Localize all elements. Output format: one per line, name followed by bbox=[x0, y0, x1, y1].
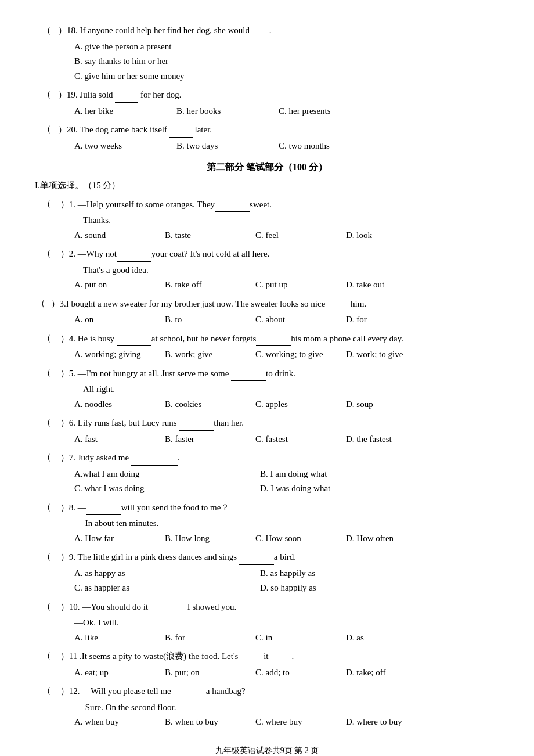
question-2: （ ）2. —Why not your coat? It's not cold … bbox=[35, 246, 499, 293]
q18-optC: C. give him or her some money bbox=[74, 69, 499, 84]
question-5: （ ）5. —I'm not hungry at all. Just serve… bbox=[35, 366, 499, 412]
question-20: （ ）20. The dog came back itself later. A… bbox=[35, 122, 499, 153]
q20-optA: A. two weeks bbox=[74, 139, 167, 154]
q8-subtext: — In about ten minutes. bbox=[74, 516, 499, 531]
q19-options: A. her bike B. her books C. her presents bbox=[74, 104, 499, 119]
q9-options-row1: A. as happy as B. as happily as bbox=[74, 566, 499, 581]
paren-10: （ bbox=[35, 599, 58, 614]
q7-text: ）7. Judy asked me . bbox=[58, 450, 499, 466]
q8-optD: D. How often bbox=[346, 531, 427, 546]
question-7: （ ）7. Judy asked me . A.what I am doing … bbox=[35, 450, 499, 496]
q11-optB: B. put; on bbox=[165, 665, 246, 681]
q6-optC: C. fastest bbox=[255, 432, 337, 447]
question-4: （ ）4. He is busy at school, but he never… bbox=[35, 331, 499, 362]
q5-optB: B. cookies bbox=[165, 397, 246, 412]
q9-optB: B. as happily as bbox=[260, 566, 315, 581]
question-8: （ ）8. — will you send the food to me？ — … bbox=[35, 500, 499, 546]
q9-optD: D. so happily as bbox=[260, 581, 316, 596]
q19-text: ）19. Julia sold for her dog. bbox=[58, 87, 499, 103]
question-12: （ ）12. —Will you please tell me a handba… bbox=[35, 683, 499, 730]
q10-text: ）10. —You should do it I showed you. bbox=[58, 599, 499, 615]
q7-optB: B. I am doing what bbox=[260, 467, 327, 482]
q7-optC: C. what I was doing bbox=[74, 481, 237, 496]
paren-8: （ bbox=[35, 500, 58, 515]
paren-3-open: （ bbox=[35, 296, 46, 311]
question-6: （ ）6. Lily runs fast, but Lucy runs than… bbox=[35, 415, 499, 447]
q2-optD: D. take out bbox=[346, 278, 427, 293]
q4-optC: C. working; to give bbox=[255, 347, 337, 362]
q11-optA: A. eat; up bbox=[74, 665, 156, 681]
q20-options: A. two weeks B. two days C. two months bbox=[74, 139, 499, 154]
paren-6: （ bbox=[35, 415, 58, 430]
q12-optA: A. when buy bbox=[74, 715, 156, 730]
q7-optD: D. I was doing what bbox=[260, 481, 330, 496]
q1-text: ）1. —Help yourself to some oranges. They… bbox=[58, 197, 499, 213]
q20-optC: C. two months bbox=[279, 139, 371, 154]
q8-text: ）8. — will you send the food to me？ bbox=[58, 500, 499, 516]
paren-5: （ bbox=[35, 366, 58, 381]
q1-optC: C. feel bbox=[255, 228, 337, 243]
question-18: （ ）18. If anyone could help her find her… bbox=[35, 23, 499, 84]
q1-optA: A. sound bbox=[74, 228, 156, 243]
q12-text: ）12. —Will you please tell me a handbag? bbox=[58, 683, 499, 699]
q4-optD: D. work; to give bbox=[346, 347, 427, 362]
q18-optA: A. give the person a present bbox=[74, 39, 499, 55]
q6-optA: A. fast bbox=[74, 432, 156, 447]
q12-optB: B. when to buy bbox=[165, 715, 246, 730]
q9-text: ）9. The little girl in a pink dress danc… bbox=[58, 549, 499, 565]
q9-optA: A. as happy as bbox=[74, 566, 237, 581]
q2-text: ）2. —Why not your coat? It's not cold at… bbox=[58, 246, 499, 262]
q10-optC: C. in bbox=[255, 631, 337, 646]
paren-12: （ bbox=[35, 683, 58, 699]
q2-subtext: —That's a good idea. bbox=[74, 263, 499, 278]
q10-options: A. like B. for C. in D. as bbox=[74, 631, 499, 646]
q5-text: ）5. —I'm not hungry at all. Just serve m… bbox=[58, 366, 499, 381]
question-10: （ ）10. —You should do it I showed you. —… bbox=[35, 599, 499, 646]
q4-text: ）4. He is busy at school, but he never f… bbox=[58, 331, 499, 347]
q10-optD: D. as bbox=[346, 631, 427, 646]
q1-subtext: —Thanks. bbox=[74, 213, 499, 228]
q8-optA: A. How far bbox=[74, 531, 156, 546]
q7-options-2col: A.what I am doing B. I am doing what C. … bbox=[74, 467, 499, 496]
q5-optA: A. noodles bbox=[74, 397, 156, 412]
q5-optC: C. apples bbox=[255, 397, 337, 412]
q19-optA: A. her bike bbox=[74, 104, 167, 119]
paren-20: （ bbox=[35, 122, 58, 137]
subsection1-title: I.单项选择。（15 分） bbox=[35, 178, 499, 193]
q11-optD: D. take; off bbox=[346, 665, 427, 681]
question-3: （ ）3.I bought a new sweater for my broth… bbox=[35, 296, 499, 327]
q11-optC: C. add; to bbox=[255, 665, 337, 681]
q1-optB: B. taste bbox=[165, 228, 246, 243]
question-11: （ ）11 .It seems a pity to waste(浪费) the … bbox=[35, 649, 499, 680]
paren-2: （ bbox=[35, 246, 58, 261]
q12-optC: C. where buy bbox=[255, 715, 337, 730]
paren-1: （ bbox=[35, 197, 58, 212]
q1-options: A. sound B. taste C. feel D. look bbox=[74, 228, 499, 243]
q3-optD: D. for bbox=[346, 312, 427, 327]
q3-options: A. on B. to C. about D. for bbox=[74, 312, 499, 327]
page-footer: 九年级英语试卷共9页 第 2 页 bbox=[35, 744, 499, 756]
q7-options-row2: C. what I was doing D. I was doing what bbox=[74, 481, 499, 496]
q12-subtext: — Sure. On the second floor. bbox=[74, 700, 499, 715]
section2-title: 第二部分 笔试部分（100 分） bbox=[35, 159, 499, 175]
q6-optB: B. faster bbox=[165, 432, 246, 447]
q5-subtext: —All right. bbox=[74, 382, 499, 397]
q10-optA: A. like bbox=[74, 631, 156, 646]
q9-options-2col: A. as happy as B. as happily as C. as ha… bbox=[74, 566, 499, 596]
paren-4: （ bbox=[35, 331, 58, 346]
q4-optB: B. work; give bbox=[165, 347, 246, 362]
q4-optA: A. working; giving bbox=[74, 347, 156, 362]
q3-optC: C. about bbox=[255, 312, 337, 327]
q7-optA: A.what I am doing bbox=[74, 467, 237, 482]
q6-options: A. fast B. faster C. fastest D. the fast… bbox=[74, 432, 499, 447]
q20-optB: B. two days bbox=[176, 139, 269, 154]
paren-9: （ bbox=[35, 549, 58, 564]
q7-options-row1: A.what I am doing B. I am doing what bbox=[74, 467, 499, 482]
question-19: （ ）19. Julia sold for her dog. A. her bi… bbox=[35, 87, 499, 118]
question-9: （ ）9. The little girl in a pink dress da… bbox=[35, 549, 499, 596]
q19-optB: B. her books bbox=[176, 104, 269, 119]
q10-optB: B. for bbox=[165, 631, 246, 646]
q8-optC: C. How soon bbox=[255, 531, 337, 546]
q5-options: A. noodles B. cookies C. apples D. soup bbox=[74, 397, 499, 412]
paren-7: （ bbox=[35, 450, 58, 465]
